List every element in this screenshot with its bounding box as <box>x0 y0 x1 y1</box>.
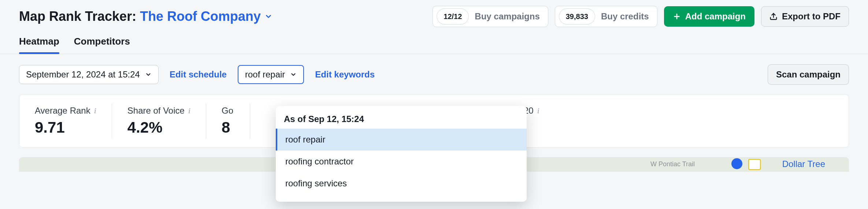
tab-competitors[interactable]: Competitors <box>74 36 130 54</box>
header-row: Map Rank Tracker: The Roof Company 12/12… <box>19 6 849 36</box>
stat-third-label-prefix: Go <box>222 106 233 116</box>
controls-row: September 12, 2024 at 15:24 Edit schedul… <box>19 54 849 94</box>
chevron-down-icon <box>264 12 272 20</box>
edit-keywords-link[interactable]: Edit keywords <box>315 69 375 80</box>
project-name: The Roof Company <box>140 9 261 24</box>
project-selector[interactable]: The Roof Company <box>140 9 272 24</box>
date-selector-label: September 12, 2024 at 15:24 <box>26 69 140 80</box>
chevron-down-icon <box>145 71 152 78</box>
scan-campaign-button[interactable]: Scan campaign <box>768 64 849 85</box>
tab-heatmap[interactable]: Heatmap <box>19 36 59 54</box>
add-campaign-label: Add campaign <box>685 11 746 22</box>
keyword-dropdown-heading: As of Sep 12, 15:24 <box>276 114 527 129</box>
stat-average-rank: Average Rank i 9.71 <box>19 103 112 138</box>
buy-credits-label: Buy credits <box>601 11 649 22</box>
add-campaign-button[interactable]: Add campaign <box>664 6 754 27</box>
stat-average-rank-value: 9.71 <box>35 119 96 136</box>
map-road-label: W Pontiac Trail <box>650 160 695 168</box>
keyword-selector-label: roof repair <box>245 69 285 80</box>
stat-sov-label: Share of Voice <box>127 106 185 116</box>
credits-count-badge: 39,833 <box>559 8 595 24</box>
keyword-selector[interactable]: roof repair <box>238 65 304 84</box>
keyword-dropdown-item[interactable]: roofing services <box>276 172 527 194</box>
campaigns-count-badge: 12/12 <box>437 8 469 24</box>
buy-campaigns-label: Buy campaigns <box>475 11 539 22</box>
info-icon[interactable]: i <box>94 106 96 115</box>
plus-icon <box>673 12 681 20</box>
stat-third-partial: Go 8 <box>206 103 250 138</box>
highway-shield-icon <box>748 159 761 170</box>
scan-campaign-label: Scan campaign <box>776 69 841 80</box>
shopping-pin-icon <box>731 158 742 169</box>
map-poi-label: Dollar Tree <box>782 159 825 169</box>
tabs-bar: Heatmap Competitors <box>0 36 868 54</box>
stat-sov-value: 4.2% <box>127 119 190 136</box>
page-title-group: Map Rank Tracker: The Roof Company <box>19 9 272 24</box>
export-pdf-button[interactable]: Export to PDF <box>761 6 849 27</box>
info-icon[interactable]: i <box>537 106 539 115</box>
edit-schedule-link[interactable]: Edit schedule <box>170 69 227 80</box>
buy-credits-button[interactable]: 39,833 Buy credits <box>555 6 657 27</box>
stat-average-rank-label: Average Rank <box>35 106 90 116</box>
stat-share-of-voice: Share of Voice i 4.2% <box>112 103 206 138</box>
info-icon[interactable]: i <box>188 106 190 115</box>
chevron-down-icon <box>290 71 297 78</box>
keyword-dropdown-panel: As of Sep 12, 15:24 roof repair roofing … <box>276 106 527 202</box>
keyword-dropdown-item[interactable]: roofing contractor <box>276 151 527 172</box>
keyword-dropdown-item[interactable]: roof repair <box>276 129 527 151</box>
export-pdf-label: Export to PDF <box>782 11 841 22</box>
stat-third-value-prefix: 8 <box>222 119 234 136</box>
date-selector[interactable]: September 12, 2024 at 15:24 <box>19 65 159 84</box>
header-actions: 12/12 Buy campaigns 39,833 Buy credits A… <box>433 6 849 27</box>
buy-campaigns-button[interactable]: 12/12 Buy campaigns <box>433 6 548 27</box>
export-icon <box>769 12 778 20</box>
page-title-static: Map Rank Tracker: <box>19 9 136 24</box>
